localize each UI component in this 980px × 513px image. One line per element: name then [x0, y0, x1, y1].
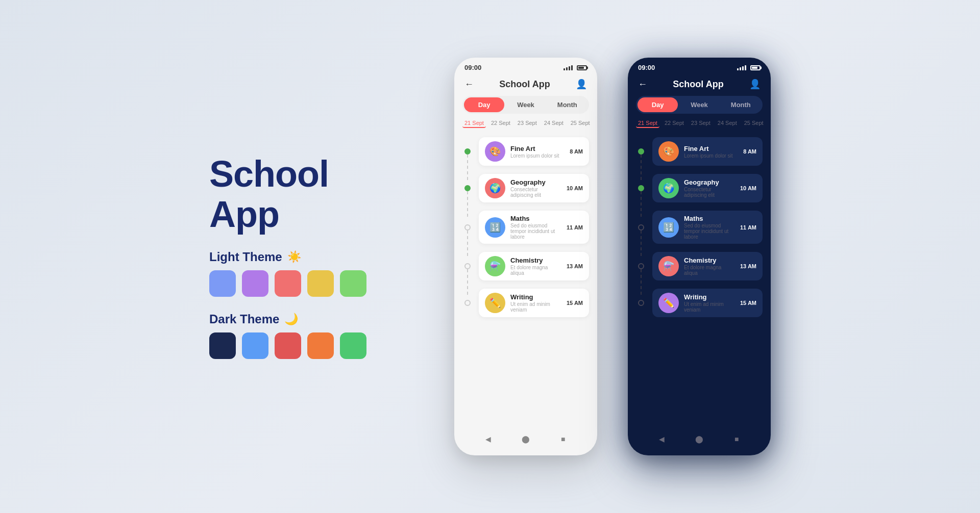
icon-fineart-dark: 🎨: [658, 141, 679, 162]
dark-swatch-5: [340, 332, 366, 359]
timeline-maths-dark: [636, 224, 646, 230]
name-maths-light: Maths: [510, 215, 561, 222]
date-25-dark[interactable]: 25 Sept: [742, 119, 766, 128]
card-chem-light[interactable]: ⚗️ Chemistry Et dolore magna aliqua 13 A…: [479, 252, 589, 280]
name-writing-light: Writing: [510, 293, 561, 301]
time-fineart-light: 8 AM: [570, 148, 583, 155]
light-theme-label: Light Theme ☀️: [209, 250, 424, 264]
nav-back-light[interactable]: ◀: [482, 433, 495, 445]
header-title-dark: School App: [673, 79, 723, 90]
icon-maths-dark: 🔢: [658, 217, 679, 238]
card-maths-light[interactable]: 🔢 Maths Sed do eiusmod tempor incididunt…: [479, 211, 589, 244]
status-icons-light: [564, 65, 587, 70]
tab-week-light[interactable]: Week: [505, 97, 546, 112]
name-geo-light: Geography: [510, 178, 561, 186]
phone-dark: 09:00 ← School App 👤 Day Week Month: [628, 58, 771, 455]
nav-home-dark[interactable]: ⬤: [693, 433, 705, 445]
dark-swatch-3: [275, 332, 301, 359]
info-maths-light: Maths Sed do eiusmod tempor incididunt u…: [510, 215, 561, 240]
light-swatch-5: [340, 270, 366, 297]
date-23-dark[interactable]: 23 Sept: [689, 119, 713, 128]
status-time-dark: 09:00: [638, 64, 655, 71]
timeline-chem-dark: [636, 263, 646, 269]
time-writing-light: 15 AM: [567, 300, 583, 306]
page-container: School App Light Theme ☀️ Dark Theme 🌙: [0, 0, 980, 513]
schedule-item-geo-light: 🌍 Geography Consectetur adipiscing elit …: [462, 170, 589, 207]
signal-icon-light: [564, 65, 573, 70]
desc-geo-dark: Consectetur adipiscing elit: [684, 187, 735, 198]
desc-chem-light: Et dolore magna aliqua: [510, 265, 561, 276]
schedule-item-writing-light: ✏️ Writing Ut enim ad minim veniam 15 AM: [462, 285, 589, 321]
date-22-light[interactable]: 22 Sept: [489, 119, 512, 128]
light-theme-section: Light Theme ☀️: [209, 250, 424, 297]
card-chem-dark[interactable]: ⚗️ Chemistry Et dolore magna aliqua 13 A…: [652, 252, 763, 280]
tab-week-dark[interactable]: Week: [679, 97, 719, 112]
battery-icon-dark: [750, 65, 761, 70]
card-geo-light[interactable]: 🌍 Geography Consectetur adipiscing elit …: [479, 174, 589, 202]
dot-geo-light: [464, 185, 471, 191]
date-21-dark[interactable]: 21 Sept: [636, 119, 659, 128]
nav-home-light[interactable]: ⬤: [520, 433, 532, 445]
app-title: School App: [209, 154, 424, 235]
desc-maths-dark: Sed do eiusmod tempor incididunt ut labo…: [684, 223, 735, 240]
left-panel: School App Light Theme ☀️ Dark Theme 🌙: [209, 154, 424, 359]
date-23-light[interactable]: 23 Sept: [516, 119, 539, 128]
timeline-fineart-dark: [636, 148, 646, 155]
user-icon-light[interactable]: 👤: [576, 79, 587, 90]
info-fineart-light: Fine Art Lorem ipsum dolor sit: [510, 145, 565, 159]
name-writing-dark: Writing: [684, 293, 735, 301]
name-geo-dark: Geography: [684, 178, 735, 186]
icon-chem-light: ⚗️: [485, 256, 505, 276]
date-21-light[interactable]: 21 Sept: [462, 119, 486, 128]
date-row-dark: 21 Sept 22 Sept 23 Sept 24 Sept 25 Sept: [628, 119, 771, 133]
info-writing-dark: Writing Ut enim ad minim veniam: [684, 293, 735, 313]
status-icons-dark: [737, 65, 761, 70]
card-writing-light[interactable]: ✏️ Writing Ut enim ad minim veniam 15 AM: [479, 289, 589, 317]
tab-month-light[interactable]: Month: [547, 97, 587, 112]
time-maths-dark: 11 AM: [740, 224, 756, 230]
icon-fineart-light: 🎨: [485, 141, 505, 162]
date-24-light[interactable]: 24 Sept: [542, 119, 566, 128]
nav-apps-light[interactable]: ■: [557, 433, 569, 445]
desc-writing-light: Ut enim ad minim veniam: [510, 301, 561, 313]
time-chem-dark: 13 AM: [740, 263, 756, 269]
info-geo-dark: Geography Consectetur adipiscing elit: [684, 178, 735, 198]
signal-bar-4d: [745, 65, 746, 70]
dark-swatch-4: [307, 332, 334, 359]
tab-day-light[interactable]: Day: [464, 97, 504, 112]
info-chem-light: Chemistry Et dolore magna aliqua: [510, 256, 561, 276]
time-geo-light: 10 AM: [567, 185, 583, 191]
schedule-item-chem-light: ⚗️ Chemistry Et dolore magna aliqua 13 A…: [462, 248, 589, 285]
light-swatch-2: [242, 270, 268, 297]
dot-geo-dark: [638, 185, 644, 191]
tab-day-dark[interactable]: Day: [638, 97, 678, 112]
back-button-light[interactable]: ←: [464, 79, 474, 90]
card-maths-dark[interactable]: 🔢 Maths Sed do eiusmod tempor incididunt…: [652, 211, 763, 244]
dot-fineart-dark: [638, 148, 644, 155]
name-fineart-light: Fine Art: [510, 145, 565, 152]
time-fineart-dark: 8 AM: [743, 148, 756, 155]
date-24-dark[interactable]: 24 Sept: [716, 119, 739, 128]
icon-writing-dark: ✏️: [658, 293, 679, 313]
timeline-maths-light: [462, 224, 473, 230]
user-icon-dark[interactable]: 👤: [749, 79, 761, 90]
battery-fill-dark: [752, 67, 757, 69]
back-button-dark[interactable]: ←: [638, 79, 647, 90]
icon-writing-light: ✏️: [485, 293, 505, 313]
icon-maths-light: 🔢: [485, 217, 505, 238]
date-25-light[interactable]: 25 Sept: [569, 119, 592, 128]
nav-apps-dark[interactable]: ■: [730, 433, 743, 445]
card-fineart-light[interactable]: 🎨 Fine Art Lorem ipsum dolor sit 8 AM: [479, 137, 589, 166]
card-fineart-dark[interactable]: 🎨 Fine Art Lorem ipsum dolor sit 8 AM: [652, 137, 763, 166]
date-22-dark[interactable]: 22 Sept: [663, 119, 686, 128]
dot-writing-light: [464, 300, 471, 306]
nav-back-dark[interactable]: ◀: [656, 433, 668, 445]
info-geo-light: Geography Consectetur adipiscing elit: [510, 178, 561, 198]
info-writing-light: Writing Ut enim ad minim veniam: [510, 293, 561, 313]
card-geo-dark[interactable]: 🌍 Geography Consectetur adipiscing elit …: [652, 174, 763, 202]
desc-fineart-light: Lorem ipsum dolor sit: [510, 153, 565, 159]
desc-maths-light: Sed do eiusmod tempor incididunt ut labo…: [510, 223, 561, 240]
tab-month-dark[interactable]: Month: [721, 97, 761, 112]
card-writing-dark[interactable]: ✏️ Writing Ut enim ad minim veniam 15 AM: [652, 289, 763, 317]
moon-icon: 🌙: [284, 313, 298, 326]
